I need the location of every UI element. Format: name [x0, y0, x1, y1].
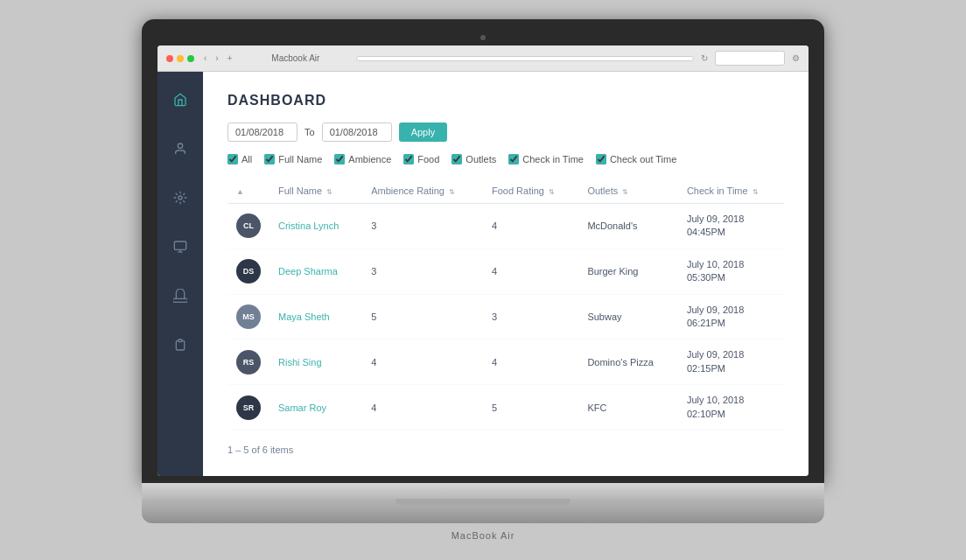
data-table: ▲ Full Name ⇅ Ambience Rating ⇅ Food Rat… [228, 178, 784, 430]
sidebar-item-reports[interactable] [166, 233, 194, 261]
cell-avatar: SR [228, 385, 270, 430]
col-checkin[interactable]: Check in Time ⇅ [678, 178, 784, 204]
checkbox-ambience[interactable]: Ambience [334, 154, 391, 164]
checkbox-fullname[interactable]: Full Name [264, 154, 322, 164]
laptop-frame: ‹ › + Macbook Air ↻ ⚙ [142, 19, 824, 541]
date-to-label: To [304, 127, 315, 137]
checkbox-all-input[interactable] [228, 154, 238, 164]
outlets-sort-icon: ⇅ [622, 188, 628, 196]
svg-point-0 [178, 144, 182, 148]
new-tab-button[interactable]: + [225, 52, 235, 64]
pagination-info: 1 – 5 of 6 items [228, 444, 784, 455]
laptop-base [142, 483, 824, 499]
forward-button[interactable]: › [213, 52, 220, 64]
cell-ambience: 3 [362, 204, 483, 249]
cell-outlets: McDonald's [578, 204, 678, 249]
checkbox-checkin-input[interactable] [508, 154, 519, 164]
refresh-button[interactable]: ↻ [701, 53, 708, 63]
cell-checkin: July 09, 201804:45PM [678, 204, 784, 249]
checkbox-all[interactable]: All [228, 154, 252, 164]
back-button[interactable]: ‹ [201, 52, 209, 64]
cell-checkin: July 10, 201805:30PM [678, 248, 784, 294]
cell-food: 4 [483, 340, 578, 385]
sidebar [158, 72, 203, 476]
sidebar-item-tools[interactable] [166, 184, 194, 212]
name-link[interactable]: Maya Sheth [278, 312, 330, 322]
browser-bar: ‹ › + Macbook Air ↻ ⚙ [158, 46, 808, 72]
cell-name: Maya Sheth [270, 294, 362, 340]
cell-food: 5 [483, 385, 578, 430]
ambience-sort-icon: ⇅ [449, 188, 455, 196]
sort-icon[interactable]: ▲ [236, 187, 244, 196]
avatar: SR [236, 396, 261, 420]
date-from-input[interactable] [228, 122, 298, 142]
checkbox-checkin[interactable]: Check in Time [508, 154, 584, 164]
date-to-input[interactable] [322, 122, 392, 142]
checkbox-outlets-input[interactable] [452, 154, 462, 164]
table-row: SR Samar Roy 4 5 KFC July 10, 201802:10P… [228, 385, 784, 430]
camera [480, 35, 486, 40]
cell-avatar: MS [228, 294, 270, 340]
svg-rect-5 [178, 340, 182, 342]
cell-checkin: July 10, 201802:10PM [678, 385, 784, 430]
checkbox-checkout-input[interactable] [596, 154, 606, 164]
cell-outlets: Subway [578, 294, 678, 340]
checkbox-ambience-label: Ambience [348, 154, 391, 164]
sidebar-item-home[interactable] [166, 86, 194, 114]
cell-outlets: Domino's Pizza [578, 340, 678, 385]
cell-food: 4 [483, 248, 578, 294]
checkbox-checkout[interactable]: Check out Time [596, 154, 676, 164]
cell-ambience: 4 [362, 385, 483, 430]
cell-food: 4 [483, 204, 578, 249]
checkbox-food[interactable]: Food [403, 154, 439, 164]
filter-checkboxes: All Full Name Ambience Food [228, 154, 784, 164]
url-bar[interactable] [356, 56, 694, 61]
screen: ‹ › + Macbook Air ↻ ⚙ [158, 46, 808, 476]
checkbox-fullname-label: Full Name [278, 154, 322, 164]
avatar: DS [236, 259, 261, 284]
sidebar-item-users[interactable] [166, 135, 194, 163]
name-link[interactable]: Deep Sharma [278, 266, 338, 276]
cell-ambience: 3 [362, 248, 483, 294]
cell-checkin: July 09, 201802:15PM [678, 340, 784, 385]
browser-search-input[interactable] [715, 51, 785, 66]
close-dot[interactable] [166, 55, 173, 62]
col-ambience[interactable]: Ambience Rating ⇅ [362, 178, 483, 204]
food-sort-icon: ⇅ [549, 188, 555, 196]
cell-avatar: RS [228, 340, 270, 385]
apply-button[interactable]: Apply [399, 122, 448, 142]
cell-name: Cristina Lynch [270, 204, 362, 249]
pagination-text: 1 – 5 of 6 items [228, 444, 293, 455]
checkbox-all-label: All [242, 154, 252, 164]
name-link[interactable]: Rishi Sing [278, 357, 322, 368]
minimize-dot[interactable] [177, 55, 184, 62]
checkbox-outlets-label: Outlets [466, 154, 496, 164]
screen-bezel: ‹ › + Macbook Air ↻ ⚙ [142, 19, 824, 483]
browser-title: Macbook Air [242, 53, 350, 63]
col-fullname[interactable]: Full Name ⇅ [270, 178, 362, 204]
table-row: RS Rishi Sing 4 4 Domino's Pizza July 09… [228, 340, 784, 385]
name-link[interactable]: Cristina Lynch [278, 220, 339, 231]
cell-checkin: July 09, 201806:21PM [678, 294, 784, 340]
sidebar-item-clipboard[interactable] [166, 331, 194, 359]
col-food[interactable]: Food Rating ⇅ [483, 178, 578, 204]
app-body: DASHBOARD To Apply All [158, 72, 808, 476]
table-row: CL Cristina Lynch 3 4 McDonald's July 09… [228, 204, 784, 249]
col-outlets[interactable]: Outlets ⇅ [578, 178, 678, 204]
checkbox-food-input[interactable] [403, 154, 414, 164]
avatar: MS [236, 304, 261, 329]
cell-outlets: KFC [578, 385, 678, 430]
table-row: DS Deep Sharma 3 4 Burger King July 10, … [228, 248, 784, 294]
fullname-sort-icon: ⇅ [326, 188, 332, 196]
macbook-label: MacBook Air [142, 530, 824, 541]
settings-icon[interactable]: ⚙ [792, 53, 800, 63]
cell-name: Deep Sharma [270, 248, 362, 294]
sidebar-item-announcements[interactable] [166, 282, 194, 310]
avatar: CL [236, 214, 261, 238]
browser-navigation: ‹ › + [201, 52, 235, 64]
name-link[interactable]: Samar Roy [278, 402, 326, 413]
checkbox-ambience-input[interactable] [334, 154, 345, 164]
checkbox-outlets[interactable]: Outlets [452, 154, 496, 164]
checkbox-fullname-input[interactable] [264, 154, 275, 164]
maximize-dot[interactable] [187, 55, 194, 62]
